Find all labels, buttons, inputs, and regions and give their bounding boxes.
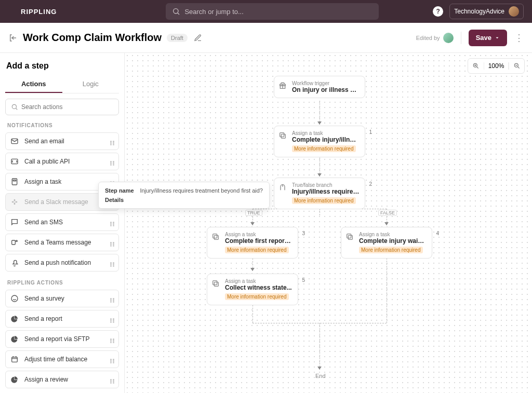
step-panel: Add a step Actions Logic NOTIFICATIONS S… bbox=[0, 53, 125, 393]
panel-search-input[interactable] bbox=[21, 103, 113, 111]
drag-handle[interactable] bbox=[110, 359, 114, 360]
svg-rect-23 bbox=[347, 234, 351, 238]
copy-icon bbox=[211, 233, 221, 242]
chevron-down-icon bbox=[495, 35, 500, 40]
panel-tabs: Actions Logic bbox=[5, 76, 119, 93]
arrow-down-icon bbox=[317, 367, 322, 370]
page-header: Work Comp Claim Workflow Draft Edited by… bbox=[0, 23, 532, 53]
edit-title-icon[interactable] bbox=[194, 34, 202, 42]
drag-handle[interactable] bbox=[110, 141, 114, 142]
topbar: RIPPLING ? TechnologyAdvice bbox=[0, 0, 532, 23]
page-title: Work Comp Claim Workflow bbox=[23, 32, 162, 44]
action-send-push[interactable]: Send a push notification bbox=[5, 254, 119, 272]
branch-label-false: FALSE bbox=[378, 210, 397, 216]
svg-rect-21 bbox=[213, 234, 217, 238]
action-send-teams[interactable]: Send a Teams message bbox=[5, 234, 119, 251]
action-assign-review[interactable]: Assign a review bbox=[5, 371, 119, 388]
svg-rect-18 bbox=[281, 134, 285, 138]
svg-rect-10 bbox=[12, 240, 16, 245]
copy-icon bbox=[211, 279, 221, 289]
drag-handle[interactable] bbox=[110, 338, 114, 340]
back-icon[interactable] bbox=[8, 33, 18, 43]
task-icon bbox=[10, 177, 19, 186]
arrow-down-icon bbox=[384, 222, 389, 225]
arrow-down-icon bbox=[250, 222, 255, 225]
svg-rect-19 bbox=[280, 133, 284, 137]
end-label: End bbox=[315, 373, 326, 379]
action-send-report[interactable]: Send a report bbox=[5, 310, 119, 328]
action-adjust-timeoff[interactable]: Adjust time off balance bbox=[5, 350, 119, 368]
svg-rect-5 bbox=[13, 180, 16, 181]
pie-icon bbox=[10, 314, 19, 323]
org-switcher[interactable]: TechnologyAdvice bbox=[449, 4, 524, 19]
arrow-down-icon bbox=[317, 121, 322, 125]
bell-icon bbox=[10, 258, 19, 267]
zoom-level: 100% bbox=[484, 62, 509, 70]
drag-handle[interactable] bbox=[110, 161, 114, 162]
tab-actions[interactable]: Actions bbox=[5, 76, 62, 93]
svg-rect-20 bbox=[214, 235, 218, 239]
status-badge: Draft bbox=[167, 34, 188, 42]
svg-point-11 bbox=[16, 240, 18, 242]
teams-icon bbox=[10, 238, 19, 247]
drag-handle[interactable] bbox=[110, 318, 114, 320]
action-send-survey[interactable]: Send a survey bbox=[5, 290, 119, 307]
drag-handle[interactable] bbox=[110, 298, 114, 300]
svg-rect-8 bbox=[14, 199, 16, 201]
panel-title: Add a step bbox=[6, 61, 118, 71]
svg-rect-22 bbox=[348, 235, 352, 239]
node-task-5[interactable]: 5 Assign a task Collect witness state...… bbox=[207, 274, 298, 305]
zoom-in-button[interactable] bbox=[468, 62, 484, 70]
sms-icon bbox=[10, 218, 19, 227]
zoom-out-button[interactable] bbox=[509, 62, 524, 70]
logo[interactable]: RIPPLING bbox=[8, 7, 57, 16]
drag-handle[interactable] bbox=[110, 379, 114, 381]
edited-by: Edited by bbox=[416, 33, 454, 43]
action-call-api[interactable]: Call a public API bbox=[5, 153, 119, 170]
node-task-3[interactable]: 3 Assign a task Complete first report ..… bbox=[207, 227, 298, 259]
svg-point-12 bbox=[11, 295, 18, 302]
workflow-canvas[interactable]: 100% TRUE FALSE Workflow trigger On inju… bbox=[125, 53, 532, 393]
panel-search[interactable] bbox=[5, 99, 119, 115]
node-trigger[interactable]: Workflow trigger On injury or illness da… bbox=[274, 76, 365, 98]
drag-handle[interactable] bbox=[110, 222, 114, 223]
pie-icon bbox=[10, 334, 19, 344]
step-tooltip: Step nameInjury/illness requires treatme… bbox=[98, 182, 270, 209]
smile-icon bbox=[10, 294, 19, 303]
edge bbox=[320, 323, 320, 370]
zoom-controls: 100% bbox=[468, 58, 525, 74]
svg-rect-9 bbox=[14, 202, 16, 205]
save-button[interactable]: Save bbox=[469, 30, 507, 46]
search-icon bbox=[172, 7, 180, 16]
svg-rect-25 bbox=[213, 281, 217, 285]
balance-icon bbox=[10, 355, 19, 364]
branch-label-true: TRUE bbox=[245, 210, 262, 216]
svg-rect-13 bbox=[12, 357, 18, 362]
help-button[interactable]: ? bbox=[433, 6, 443, 17]
action-send-sms[interactable]: Send an SMS bbox=[5, 213, 119, 231]
svg-rect-4 bbox=[12, 179, 17, 185]
tab-logic[interactable]: Logic bbox=[62, 76, 119, 93]
node-task-1[interactable]: 1 Assign a task Complete injury/illnes..… bbox=[274, 126, 365, 157]
svg-point-1 bbox=[12, 104, 16, 109]
global-search[interactable] bbox=[166, 3, 379, 20]
node-task-4[interactable]: 4 Assign a task Complete injury waive...… bbox=[341, 227, 432, 259]
mail-icon bbox=[10, 137, 19, 146]
arrow-down-icon bbox=[250, 268, 255, 271]
drag-handle[interactable] bbox=[110, 242, 114, 243]
slack-icon bbox=[10, 197, 19, 207]
edge bbox=[252, 302, 253, 323]
action-send-report-sftp[interactable]: Send a report via SFTP bbox=[5, 330, 119, 348]
drag-handle[interactable] bbox=[110, 262, 114, 264]
edge bbox=[387, 255, 387, 323]
group-header: RIPPLING ACTIONS bbox=[7, 280, 117, 286]
pie-icon bbox=[10, 375, 19, 384]
action-send-email[interactable]: Send an email bbox=[5, 132, 119, 150]
svg-point-0 bbox=[174, 9, 178, 13]
more-menu[interactable]: ⋮ bbox=[514, 32, 524, 44]
gift-icon bbox=[278, 82, 288, 91]
group-header: NOTIFICATIONS bbox=[7, 123, 117, 128]
node-branch[interactable]: 2 True/false branch Injury/illness requi… bbox=[274, 178, 365, 209]
global-search-input[interactable] bbox=[184, 8, 373, 16]
divider bbox=[461, 32, 461, 44]
